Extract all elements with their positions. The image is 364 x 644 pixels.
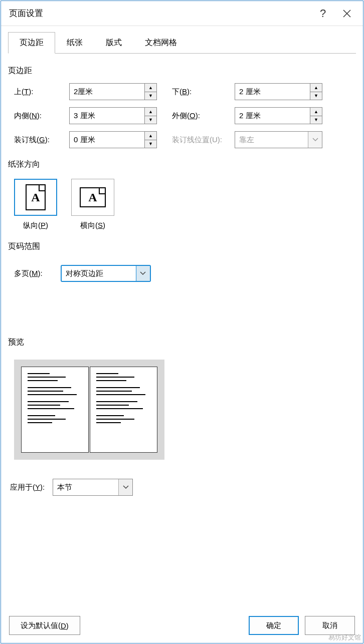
page-setup-dialog: 页面设置 ? 页边距 纸张 版式 文档网格 页边距 上(T): ▲▼ 下(B):… — [1, 1, 363, 643]
ok-button[interactable]: 确定 — [249, 616, 299, 635]
outside-label: 外侧(O): — [172, 111, 235, 121]
section-orientation-label: 纸张方向 — [8, 159, 356, 170]
outside-spinner[interactable]: ▲▼ — [235, 107, 322, 124]
tab-row: 页边距 纸张 版式 文档网格 — [8, 32, 356, 54]
preview-area — [14, 360, 356, 460]
gutter-pos-combo: 靠左 — [235, 131, 322, 148]
preview-page-left — [21, 367, 89, 453]
pages-row: 多页(M): 对称页边距 — [14, 265, 356, 282]
chevron-down-icon — [140, 271, 146, 275]
multi-pages-combo[interactable]: 对称页边距 — [61, 265, 151, 282]
gutter-spin-up[interactable]: ▲ — [145, 132, 156, 140]
inside-spin-up[interactable]: ▲ — [145, 108, 156, 116]
bottom-spin-down[interactable]: ▼ — [310, 92, 322, 100]
top-spinner[interactable]: ▲▼ — [69, 83, 157, 100]
apply-row: 应用于(Y): 本节 — [10, 479, 356, 496]
bottom-spin-up[interactable]: ▲ — [310, 84, 322, 92]
section-preview-label: 预览 — [8, 337, 356, 348]
multi-pages-dropdown[interactable] — [136, 266, 150, 281]
dialog-title: 页面设置 — [9, 8, 311, 19]
preview-page-right — [90, 367, 157, 453]
orientation-group: A 纵向(P) A 横向(S) — [14, 179, 356, 230]
chevron-down-icon — [312, 138, 318, 142]
apply-to-value: 本节 — [53, 479, 118, 495]
help-button[interactable]: ? — [311, 2, 335, 26]
cancel-button[interactable]: 取消 — [305, 616, 355, 635]
outside-spin-up[interactable]: ▲ — [310, 108, 322, 116]
apply-to-label: 应用于(Y): — [10, 483, 45, 492]
gutter-input[interactable] — [70, 132, 144, 148]
close-button[interactable] — [335, 2, 359, 26]
inside-label: 内侧(N): — [14, 111, 69, 121]
chevron-down-icon — [123, 485, 129, 489]
outside-spin-down[interactable]: ▼ — [310, 116, 322, 124]
inside-spin-down[interactable]: ▼ — [145, 116, 156, 124]
landscape-icon: A — [80, 187, 106, 207]
top-input[interactable] — [70, 84, 144, 100]
top-label: 上(T): — [14, 87, 69, 97]
tab-layout[interactable]: 版式 — [94, 32, 133, 54]
gutter-pos-value: 靠左 — [235, 132, 308, 148]
portrait-label: 纵向(P) — [23, 221, 48, 230]
gutter-pos-label: 装订线位置(U): — [172, 135, 235, 145]
bottom-spinner[interactable]: ▲▼ — [235, 83, 322, 100]
tab-grid[interactable]: 文档网格 — [133, 32, 189, 54]
gutter-spinner[interactable]: ▲▼ — [69, 131, 157, 148]
multi-pages-value: 对称页边距 — [62, 266, 136, 281]
outside-input[interactable] — [235, 108, 310, 124]
bottom-input[interactable] — [235, 84, 310, 100]
inside-input[interactable] — [70, 108, 144, 124]
preview-box — [14, 360, 164, 460]
section-pages-label: 页码范围 — [8, 241, 356, 252]
portrait-icon: A — [26, 184, 46, 210]
top-spin-down[interactable]: ▼ — [145, 92, 156, 100]
close-icon — [342, 9, 351, 18]
orientation-portrait[interactable]: A 纵向(P) — [14, 179, 57, 230]
margins-grid: 上(T): ▲▼ 下(B): ▲▼ 内侧(N): ▲▼ 外侧(O): ▲▼ — [14, 83, 356, 148]
titlebar: 页面设置 ? — [1, 1, 363, 26]
inside-spinner[interactable]: ▲▼ — [69, 107, 157, 124]
set-default-button[interactable]: 设为默认值(D) — [9, 616, 80, 635]
apply-to-dropdown[interactable] — [118, 479, 132, 495]
multi-pages-label: 多页(M): — [14, 269, 43, 278]
landscape-label: 横向(S) — [80, 221, 105, 230]
gutter-spin-down[interactable]: ▼ — [145, 140, 156, 148]
gutter-pos-dropdown — [308, 132, 322, 148]
watermark: 易坊好文馆 — [328, 633, 361, 642]
orientation-landscape[interactable]: A 横向(S) — [71, 179, 114, 230]
bottom-label: 下(B): — [172, 87, 235, 97]
section-margins-label: 页边距 — [8, 66, 356, 76]
tab-margins[interactable]: 页边距 — [8, 32, 55, 54]
top-spin-up[interactable]: ▲ — [145, 84, 156, 92]
apply-to-combo[interactable]: 本节 — [53, 479, 133, 496]
tab-paper[interactable]: 纸张 — [55, 32, 94, 54]
gutter-label: 装订线(G): — [14, 135, 69, 145]
dialog-footer: 设为默认值(D) 确定 取消 — [1, 610, 363, 643]
